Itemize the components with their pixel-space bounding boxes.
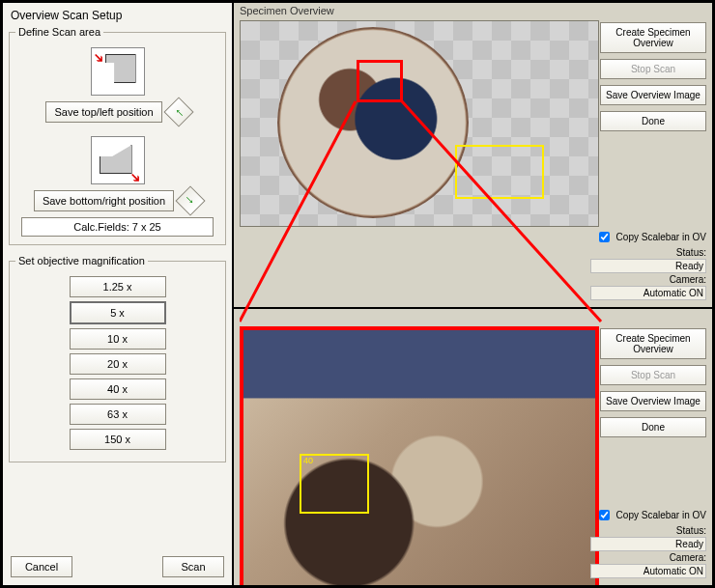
camera-value-2: Automatic ON <box>590 564 706 578</box>
done-button-2[interactable]: Done <box>600 417 706 437</box>
overview-image[interactable] <box>240 20 599 227</box>
topleft-icon: ➔ <box>91 47 145 96</box>
save-overview-image-button[interactable]: Save Overview Image <box>600 85 706 105</box>
magnification-group: Set objective magnification 1.25 x5 x10 … <box>9 255 226 462</box>
create-overview-button-2[interactable]: Create Specimen Overview <box>600 328 706 359</box>
status-block-top: Copy Scalebar in OV Status: Ready Camera… <box>590 229 706 301</box>
copy-scalebar-label-2: Copy Scalebar in OV <box>616 510 706 520</box>
magnification-63x[interactable]: 63 x <box>70 404 166 425</box>
specimen-overview-pane-bottom: 40 Create Specimen Overview Stop Scan Sa… <box>232 309 712 585</box>
camera-label: Camera: <box>590 274 706 285</box>
cancel-button[interactable]: Cancel <box>11 556 72 577</box>
copy-scalebar-checkbox[interactable] <box>599 232 610 242</box>
bottomright-icon: ➔ <box>91 136 145 184</box>
define-scan-area-group: Define Scan area ➔ Save top/left positio… <box>9 26 226 245</box>
done-button[interactable]: Done <box>600 111 706 131</box>
specimen-icon <box>277 27 469 218</box>
stop-scan-button: Stop Scan <box>600 59 706 79</box>
status-label-2: Status: <box>590 525 706 536</box>
nudge-bottomright-button[interactable]: ↑ <box>176 185 206 215</box>
status-block-bottom: Copy Scalebar in OV Status: Ready Camera… <box>590 507 706 579</box>
stop-scan-button-2: Stop Scan <box>600 365 706 385</box>
overview-controls-bottom: Create Specimen Overview Stop Scan Save … <box>600 328 706 437</box>
pane-title-top: Specimen Overview <box>240 5 334 16</box>
magnification-legend: Set objective magnification <box>15 255 148 266</box>
calc-fields-readout: Calc.Fields: 7 x 25 <box>21 217 214 237</box>
magnification-10x[interactable]: 10 x <box>70 328 166 350</box>
panel-title: Overview Scan Setup <box>9 7 226 26</box>
selection-box-outer[interactable] <box>455 145 544 199</box>
zoom-image[interactable]: 40 <box>240 326 599 588</box>
define-scan-legend: Define Scan area <box>15 26 103 38</box>
camera-label-2: Camera: <box>590 552 706 563</box>
camera-value: Automatic ON <box>590 286 706 300</box>
zoom-mag-label: 40 <box>303 456 313 465</box>
magnification-150x[interactable]: 150 x <box>70 429 166 450</box>
magnification-20x[interactable]: 20 x <box>70 353 166 375</box>
scan-button[interactable]: Scan <box>162 556 224 577</box>
copy-scalebar-checkbox-2[interactable] <box>599 510 610 520</box>
status-value-2: Ready <box>590 537 706 551</box>
nudge-topleft-button[interactable]: ↑ <box>163 97 193 126</box>
specimen-overview-pane-top: Specimen Overview Create Specimen Overvi… <box>232 3 712 309</box>
overview-controls-top: Create Specimen Overview Stop Scan Save … <box>600 22 706 131</box>
create-overview-button[interactable]: Create Specimen Overview <box>600 22 706 53</box>
save-overview-image-button-2[interactable]: Save Overview Image <box>600 391 706 411</box>
copy-scalebar-label: Copy Scalebar in OV <box>616 232 706 242</box>
magnification-5x[interactable]: 5 x <box>70 301 166 324</box>
zoom-selection-box[interactable]: 40 <box>300 454 369 514</box>
status-value: Ready <box>590 259 706 273</box>
save-bottomright-button[interactable]: Save bottom/right position <box>34 190 174 211</box>
save-topleft-button[interactable]: Save top/left position <box>45 101 161 123</box>
magnification-40x[interactable]: 40 x <box>70 378 166 400</box>
magnification-1.25x[interactable]: 1.25 x <box>70 276 166 297</box>
zoom-source-box <box>357 60 403 102</box>
status-label: Status: <box>590 247 706 258</box>
